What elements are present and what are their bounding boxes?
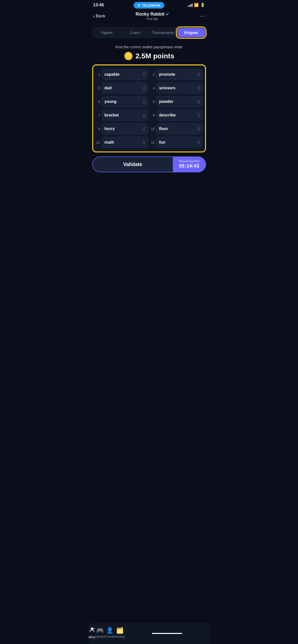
drag-handle-icon — [198, 127, 200, 131]
word-grid-wrapper: 1 capable 2 promote — [92, 64, 206, 152]
coin-icon: 🪙 — [124, 52, 133, 60]
word-num: 8 — [150, 113, 155, 117]
nav-games[interactable]: 🎮 Games — [95, 627, 105, 638]
word-box[interactable]: describe — [156, 110, 203, 121]
word-text: scissors — [159, 86, 176, 90]
word-num: 1 — [96, 72, 100, 76]
word-box[interactable]: promote — [156, 69, 203, 80]
app-name: Rocky Rabbit — [136, 12, 164, 17]
word-item: 5 young — [96, 96, 148, 107]
validate-bar: Validate Remaining time 05:14:43 — [92, 156, 206, 172]
drag-handle-icon — [143, 127, 145, 131]
games-icon: 🎮 — [96, 627, 104, 634]
app-subtitle: mini app — [136, 17, 169, 21]
svg-point-0 — [91, 627, 93, 630]
word-box[interactable]: dad — [102, 83, 148, 94]
points-value: 2.5M points — [136, 52, 174, 60]
nav-friends[interactable]: 👤 Friends — [105, 627, 115, 638]
word-num: 10 — [150, 127, 155, 131]
timer-value: 05:14:43 — [177, 163, 202, 169]
drag-handle-icon — [143, 100, 145, 103]
word-item: 3 dad — [96, 83, 148, 94]
word-box[interactable]: scissors — [156, 83, 203, 94]
word-box[interactable]: math — [102, 137, 148, 148]
nav-airdrop[interactable]: 🗂️ Airdrop — [115, 627, 125, 638]
word-item: 6 powder — [150, 96, 203, 107]
word-text: floor — [159, 127, 168, 131]
word-box[interactable]: young — [102, 96, 148, 107]
word-num: 2 — [150, 72, 155, 76]
word-num: 5 — [96, 100, 100, 104]
word-text: young — [105, 99, 117, 104]
app-title: Rocky Rabbit ✔ — [136, 12, 169, 17]
nav-mine-label: Mine — [89, 635, 95, 639]
system-icons: 📶 🔋 — [188, 3, 205, 7]
header: ‹ Back Rocky Rabbit ✔ mini app ⋯ — [89, 9, 210, 24]
word-text: bracket — [105, 113, 119, 117]
word-item: 7 bracket — [96, 110, 148, 121]
main-content: Find the correct wallet passphrase order… — [89, 41, 210, 176]
word-box[interactable]: powder — [156, 96, 203, 107]
tab-fighter[interactable]: Fighter — [93, 28, 121, 37]
status-icons: ✈ TELEGRAM — [134, 2, 164, 9]
drag-handle-icon — [143, 73, 145, 76]
nav-games-label: Games — [95, 635, 105, 638]
word-box[interactable]: bracket — [102, 110, 148, 121]
status-time: 13:45 — [93, 3, 104, 8]
word-num: 12 — [150, 140, 155, 144]
word-text: capable — [105, 72, 120, 77]
drag-handle-icon — [198, 100, 200, 103]
tab-coach[interactable]: Coach — [121, 28, 149, 37]
word-text: dad — [105, 86, 112, 90]
drag-handle-icon — [143, 114, 145, 117]
word-num: 3 — [96, 86, 100, 90]
nav-mine[interactable]: Mine — [89, 626, 95, 639]
word-item: 8 describe — [150, 110, 203, 121]
drag-handle-icon — [198, 73, 200, 76]
back-arrow-icon: ‹ — [93, 13, 95, 19]
tabs: Fighter Coach Tournaments Enigma — [92, 27, 206, 38]
word-text: describe — [159, 113, 176, 117]
word-text: hurry — [105, 127, 115, 131]
word-box[interactable]: floor — [156, 123, 203, 134]
drag-handle-icon — [143, 141, 145, 144]
word-box[interactable]: hurry — [102, 123, 148, 134]
telegram-badge: ✈ TELEGRAM — [134, 2, 164, 9]
word-box[interactable]: fun — [156, 137, 203, 148]
enigma-description: Find the correct wallet passphrase order — [92, 45, 206, 49]
drag-handle-icon — [198, 87, 200, 90]
drag-handle-icon — [198, 114, 200, 117]
header-center: Rocky Rabbit ✔ mini app — [136, 12, 169, 21]
points-row: 🪙 2.5M points — [92, 52, 206, 60]
word-item: 4 scissors — [150, 83, 203, 94]
status-bar: 13:45 ✈ TELEGRAM 📶 🔋 — [89, 0, 210, 9]
svg-line-1 — [93, 629, 94, 629]
drag-handle-icon — [143, 87, 145, 90]
airdrop-icon: 🗂️ — [116, 627, 124, 634]
timer-label: Remaining time — [177, 159, 202, 163]
tab-tournaments[interactable]: Tournaments — [149, 28, 177, 37]
word-item: 11 math — [96, 137, 148, 148]
drag-handle-icon — [198, 141, 200, 144]
word-item: 9 hurry — [96, 123, 148, 134]
tab-enigma[interactable]: Enigma — [177, 28, 205, 37]
word-text: math — [105, 140, 114, 145]
word-num: 7 — [96, 113, 100, 117]
word-box[interactable]: capable — [102, 69, 148, 80]
nav-friends-label: Friends — [105, 635, 115, 638]
word-grid: 1 capable 2 promote — [96, 69, 203, 148]
word-num: 9 — [96, 127, 100, 131]
validate-button[interactable]: Validate — [93, 157, 173, 172]
battery-icon: 🔋 — [200, 3, 205, 7]
word-num: 11 — [96, 140, 100, 144]
word-item: 1 capable — [96, 69, 148, 80]
wifi-icon: 📶 — [194, 3, 199, 7]
word-item: 10 floor — [150, 123, 203, 134]
friends-icon: 👤 — [106, 627, 114, 634]
signal-icon — [188, 3, 192, 7]
word-text: promote — [159, 72, 175, 77]
back-button[interactable]: ‹ Back — [93, 13, 105, 19]
back-label: Back — [96, 14, 105, 19]
verified-icon: ✔ — [166, 12, 169, 17]
more-button[interactable]: ⋯ — [200, 13, 205, 19]
